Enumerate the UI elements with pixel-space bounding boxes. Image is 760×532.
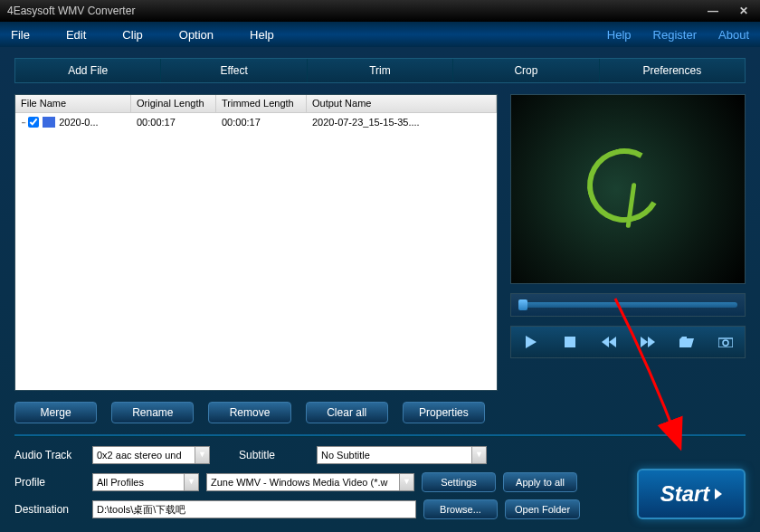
- toolbar-effect[interactable]: Effect: [161, 59, 307, 82]
- row-trim-len: 00:00:17: [216, 117, 307, 128]
- close-icon[interactable]: ✕: [735, 5, 753, 17]
- destination-label: Destination: [14, 503, 85, 516]
- open-file-icon[interactable]: [675, 332, 698, 352]
- svg-rect-1: [565, 337, 575, 347]
- preview-panel: [510, 94, 746, 391]
- row-checkbox[interactable]: [28, 117, 39, 128]
- dotted-icon: ····: [21, 117, 24, 128]
- svg-marker-3: [609, 337, 616, 347]
- row-filename: 2020-0...: [59, 117, 98, 128]
- svg-marker-5: [648, 337, 655, 347]
- play-arrow-icon: [715, 489, 722, 499]
- menu-option[interactable]: Option: [179, 28, 214, 42]
- col-original-length[interactable]: Original Length: [131, 95, 216, 112]
- titlebar: 4Easysoft WMV Converter — ✕: [0, 0, 760, 22]
- properties-button[interactable]: Properties: [403, 402, 485, 423]
- rename-button[interactable]: Rename: [111, 402, 194, 423]
- progress-thumb[interactable]: [518, 299, 527, 310]
- subtitle-label: Subtitle: [239, 449, 309, 461]
- player-controls: [510, 326, 746, 358]
- open-folder-button[interactable]: Open Folder: [505, 499, 580, 519]
- toolbar-trim[interactable]: Trim: [308, 59, 453, 82]
- minimize-icon[interactable]: —: [704, 5, 722, 17]
- divider: [14, 434, 746, 436]
- svg-point-7: [723, 340, 728, 346]
- merge-button[interactable]: Merge: [14, 402, 97, 423]
- audio-track-select[interactable]: [92, 446, 210, 464]
- start-label: Start: [660, 481, 710, 507]
- link-help[interactable]: Help: [607, 28, 632, 42]
- table-row[interactable]: ···· 2020-0... 00:00:17 00:00:17 2020-07…: [15, 113, 497, 130]
- audio-track-label: Audio Track: [14, 449, 85, 461]
- clear-all-button[interactable]: Clear all: [306, 402, 388, 423]
- profile-label: Profile: [14, 476, 85, 489]
- forward-icon[interactable]: [636, 332, 660, 352]
- toolbar-preferences[interactable]: Preferences: [600, 59, 745, 82]
- profile-format-select[interactable]: [206, 473, 414, 491]
- start-button[interactable]: Start: [637, 469, 746, 519]
- menu-help[interactable]: Help: [250, 28, 274, 42]
- playback-progress[interactable]: [510, 293, 746, 317]
- file-list-header: File Name Original Length Trimmed Length…: [15, 95, 497, 113]
- row-output: 2020-07-23_15-15-35....: [307, 117, 497, 128]
- menubar: File Edit Clip Option Help Help Register…: [0, 22, 760, 47]
- toolbar-crop[interactable]: Crop: [453, 59, 599, 82]
- video-file-icon: [43, 116, 55, 128]
- col-filename[interactable]: File Name: [15, 95, 131, 112]
- rewind-icon[interactable]: [597, 332, 621, 352]
- stop-icon[interactable]: [558, 332, 582, 352]
- toolbar: Add File Effect Trim Crop Preferences: [14, 58, 746, 83]
- svg-marker-4: [641, 337, 648, 347]
- chevron-down-icon[interactable]: ▼: [399, 474, 413, 490]
- menu-clip[interactable]: Clip: [122, 28, 142, 42]
- toolbar-add-file[interactable]: Add File: [15, 59, 161, 82]
- play-icon[interactable]: [519, 332, 543, 352]
- destination-input[interactable]: [92, 500, 416, 518]
- chevron-down-icon[interactable]: ▼: [471, 447, 486, 463]
- preview-screen: [510, 94, 746, 284]
- file-list-panel: File Name Original Length Trimmed Length…: [14, 94, 498, 391]
- row-orig-len: 00:00:17: [131, 117, 216, 128]
- svg-marker-0: [526, 336, 537, 348]
- preview-logo-icon: [587, 148, 669, 230]
- subtitle-select[interactable]: [317, 446, 487, 464]
- svg-marker-2: [602, 337, 609, 347]
- settings-button[interactable]: Settings: [422, 472, 496, 492]
- snapshot-icon[interactable]: [714, 332, 737, 352]
- link-about[interactable]: About: [718, 28, 749, 42]
- col-output-name[interactable]: Output Name: [307, 95, 497, 112]
- col-trimmed-length[interactable]: Trimmed Length: [216, 95, 307, 112]
- browse-button[interactable]: Browse...: [423, 499, 498, 519]
- remove-button[interactable]: Remove: [208, 402, 290, 423]
- chevron-down-icon[interactable]: ▼: [184, 474, 198, 490]
- app-title: 4Easysoft WMV Converter: [7, 5, 135, 17]
- menu-edit[interactable]: Edit: [66, 28, 86, 42]
- menu-file[interactable]: File: [11, 28, 30, 42]
- link-register[interactable]: Register: [653, 28, 697, 42]
- chevron-down-icon[interactable]: ▼: [195, 447, 209, 463]
- apply-to-all-button[interactable]: Apply to all: [503, 472, 577, 492]
